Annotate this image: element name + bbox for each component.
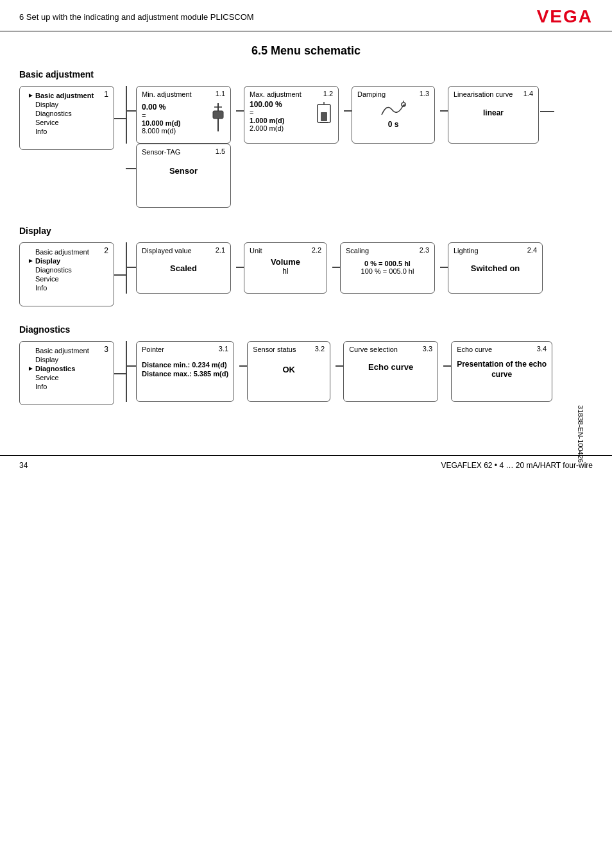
h-connector-display xyxy=(114,274,126,276)
box-2-2-value: Volume xyxy=(250,257,321,267)
box-3-1-value2: Distance max.: 5.385 m(d) xyxy=(142,370,228,378)
box-1-5-title: Sensor-TAG xyxy=(142,148,225,156)
damping-wave-icon xyxy=(380,101,406,119)
box-3-4-value: Presentation of the echo xyxy=(457,360,547,369)
diag-menu-item-3: Service xyxy=(26,373,107,382)
h-connector-basic xyxy=(114,118,126,119)
h-conn-2-3 xyxy=(332,267,340,268)
disp-menu-item-1: ► Display xyxy=(26,256,107,265)
box-3-4: 3.4 Echo curve Presentation of the echo … xyxy=(451,341,552,402)
menu-item-diag-1: Diagnostics xyxy=(26,109,107,118)
box-1-3: 1.3 Damping 0 s xyxy=(352,86,435,144)
box-3-3: 3.3 Curve selection Echo curve xyxy=(343,341,438,402)
display-section: Display 2 Basic adjustment ► Display Dia… xyxy=(19,226,593,306)
box-1-1-group: 1.1 Min. adjustment 0.00 % = 10.000 m(d)… xyxy=(126,86,236,144)
box-3-2-value: OK xyxy=(253,365,325,374)
box-3-2-title: Sensor status xyxy=(253,346,325,353)
display-heading: Display xyxy=(19,226,593,236)
box-2-3-title: Scaling xyxy=(346,247,429,255)
box-2-1-number: 2.1 xyxy=(216,246,225,254)
diagnostics-heading: Diagnostics xyxy=(19,324,593,335)
h-conn-1-1 xyxy=(126,110,136,112)
diagnostics-main-box-col: 3 Basic adjustment Display ► Diagnostics… xyxy=(19,341,114,405)
h-conn-2-2 xyxy=(236,267,244,268)
box-3-4-value2: curve xyxy=(457,370,547,379)
box-1-1-title: Min. adjustment xyxy=(142,90,225,98)
arrow-icon-3: ► xyxy=(28,365,34,372)
h-connector-diagnostics xyxy=(114,373,126,374)
h-conn-3-1 xyxy=(126,365,136,367)
box-2-1-group: 2.1 Displayed value Scaled xyxy=(126,242,236,294)
disp-menu-item-2: Diagnostics xyxy=(26,265,107,274)
h-conn-3-3 xyxy=(336,365,343,367)
box-3-4-title: Echo curve xyxy=(457,346,547,353)
basic-sub-boxes-col: 1.1 Min. adjustment 0.00 % = 10.000 m(d)… xyxy=(126,86,544,208)
box-1-4-number: 1.4 xyxy=(523,90,533,97)
slider-icon xyxy=(211,102,225,133)
damping-svg xyxy=(315,99,333,130)
box-3-1-title: Pointer xyxy=(142,346,228,353)
box-3-2: 3.2 Sensor status OK xyxy=(247,341,330,402)
menu-item-display-1: Display xyxy=(26,100,107,109)
page-header: 6 Set up with the indicating and adjustm… xyxy=(0,0,612,31)
box-1-3-number: 1.3 xyxy=(420,90,429,97)
display-main-box-col: 2 Basic adjustment ► Display Diagnostics… xyxy=(19,242,114,306)
box-3-2-number: 3.2 xyxy=(315,345,325,353)
svg-rect-1 xyxy=(213,111,223,119)
box-1-1-content: 0.00 % = 10.000 m(d) 8.000 m(d) xyxy=(142,99,225,135)
box-1-1-eq: = xyxy=(142,112,181,119)
box-2-3: 2.3 Scaling 0 % = 000.5 hl 100 % = 005.0… xyxy=(340,242,435,294)
box-2-4-title: Lighting xyxy=(454,247,537,255)
arrow-icon-2: ► xyxy=(28,257,34,264)
box-3-1: 3.1 Pointer Distance min.: 0.234 m(d) Di… xyxy=(136,341,234,402)
h-conn-1-3 xyxy=(344,110,352,112)
menu-item-info-1: Info xyxy=(26,127,107,136)
box-1-2-value: 100.00 % xyxy=(250,100,284,109)
basic-sub-row-2: 1.5 Sensor-TAG Sensor xyxy=(126,144,544,208)
side-text: 31838-EN-100426 xyxy=(577,405,584,463)
box-2-4-number: 2.4 xyxy=(527,246,537,254)
main-menu-box-3: 3 Basic adjustment Display ► Diagnostics… xyxy=(19,341,114,405)
box-1-4-value: linear xyxy=(454,108,533,117)
diagnostics-section: Diagnostics 3 Basic adjustment Display ►… xyxy=(19,324,593,405)
box-2-2-number: 2.2 xyxy=(312,246,321,254)
h-conn-2-4 xyxy=(440,267,448,268)
arrow-icon: ► xyxy=(28,92,34,99)
display-sub-boxes-col: 2.1 Displayed value Scaled 2.2 Unit Volu… xyxy=(126,242,548,294)
disp-menu-item-4: Info xyxy=(26,283,107,292)
menu-item-basic-adj: ► Basic adjustment xyxy=(26,91,107,100)
basic-adjustment-main-box: 1 ► Basic adjustment Display Diagnostics… xyxy=(19,86,114,150)
h-conn-3-4 xyxy=(443,365,451,367)
box-2-2-title: Unit xyxy=(250,247,321,255)
box-3-3-number: 3.3 xyxy=(423,345,432,353)
h-conn-1-5 xyxy=(126,168,136,169)
h-conn-1-4 xyxy=(440,110,448,112)
section-title: 6.5 Menu schematic xyxy=(19,44,593,58)
menu-item-service-1: Service xyxy=(26,118,107,127)
box-1-4-title: Linearisation curve xyxy=(454,90,533,98)
box-2-2: 2.2 Unit Volume hl xyxy=(244,242,327,294)
disp-menu-item-0: Basic adjustment xyxy=(26,247,107,256)
footer-right: VEGAFLEX 62 • 4 … 20 mA/HART four-wire xyxy=(441,461,593,470)
basic-adjustment-heading: Basic adjustment xyxy=(19,69,593,79)
display-row: 2 Basic adjustment ► Display Diagnostics… xyxy=(19,242,593,306)
box-1-2-number: 1.2 xyxy=(323,90,333,97)
logo: VEGA xyxy=(537,6,593,27)
box-2-2-sub1: hl xyxy=(250,267,321,276)
box-1-1-value: 0.00 % xyxy=(142,103,181,112)
box-3-4-number: 3.4 xyxy=(537,345,547,353)
h-conn-3-2 xyxy=(239,365,247,367)
v-conn-diag xyxy=(126,341,127,402)
box-1-1: 1.1 Min. adjustment 0.00 % = 10.000 m(d)… xyxy=(136,86,231,144)
basic-adjustment-section: Basic adjustment 1 ► Basic adjustment Di… xyxy=(19,69,593,208)
v-conn-display xyxy=(126,242,127,294)
box-1-4: 1.4 Linearisation curve linear xyxy=(448,86,539,144)
box-1-2-content: 100.00 % = 1.000 m(d) 2.000 m(d) xyxy=(250,99,333,132)
header-title: 6 Set up with the indicating and adjustm… xyxy=(19,12,254,22)
v-connector-basic xyxy=(126,86,127,144)
box-2-4-value: Switched on xyxy=(454,263,537,273)
box-2-1-value: Scaled xyxy=(142,263,225,273)
box-2-3-sub1: 100 % = 005.0 hl xyxy=(346,267,429,275)
box-1-2-sub2: 2.000 m(d) xyxy=(250,124,284,132)
box-2-1: 2.1 Displayed value Scaled xyxy=(136,242,231,294)
